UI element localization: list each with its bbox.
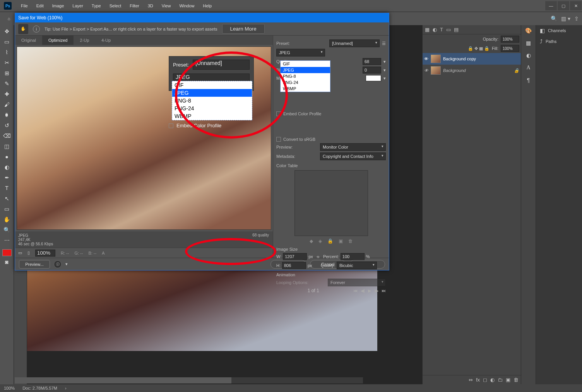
tab-4up[interactable]: 4-Up <box>95 36 117 45</box>
share-icon[interactable]: ⇪ <box>574 15 579 22</box>
embed-checkbox[interactable] <box>276 111 281 116</box>
color-panel-icon[interactable]: 🎨 <box>525 27 532 34</box>
overlay-dd-gif[interactable]: GIF <box>172 81 252 89</box>
fx-icon[interactable]: fx <box>476 377 480 383</box>
doc-scrollbar[interactable] <box>15 377 363 383</box>
overlay-dd-png24[interactable]: PNG-24 <box>172 104 252 112</box>
opacity-input[interactable] <box>501 36 519 43</box>
folder-icon[interactable]: 🗀 <box>498 377 503 383</box>
tab-optimized[interactable]: Optimized <box>42 36 74 45</box>
paths-panel-tab[interactable]: ⤴ Paths <box>536 36 582 47</box>
fill-input[interactable] <box>501 45 519 52</box>
blur-tool-icon[interactable]: ● <box>2 152 12 161</box>
dodge-tool-icon[interactable]: ◐ <box>2 163 12 172</box>
ct-lock-icon[interactable]: 🔒 <box>327 238 333 244</box>
blur-input[interactable] <box>363 67 381 74</box>
zoom-tool-icon[interactable]: 🔍 <box>2 225 12 235</box>
learn-more-button[interactable]: Learn More <box>222 24 265 34</box>
overlay-format-dropdown[interactable]: GIF JPEG PNG-8 PNG-24 WBMP <box>172 81 252 120</box>
panel-icon[interactable]: ◐ <box>433 27 437 33</box>
preset-select[interactable] <box>329 39 380 47</box>
panel-icon[interactable]: ▭ <box>446 27 451 33</box>
dd-wbmp[interactable]: WBMP <box>281 86 330 92</box>
overlay-preset-select[interactable]: [Unnamed] <box>193 60 250 70</box>
quality-input[interactable] <box>363 58 381 65</box>
status-chevron-icon[interactable]: › <box>65 386 67 390</box>
preview-image[interactable]: Preset: [Unnamed] JPEG GIF JPEG PNG-8 PN… <box>17 46 271 230</box>
para-panel-icon[interactable]: ¶ <box>527 77 530 83</box>
ct-icon[interactable]: ◆ <box>310 238 313 244</box>
type-tool-icon[interactable]: T <box>2 183 12 193</box>
history-brush-icon[interactable]: ↺ <box>2 121 12 130</box>
shape-tool-icon[interactable]: ▭ <box>2 204 12 214</box>
path-tool-icon[interactable]: ↖ <box>2 194 12 203</box>
arrange-docs-icon[interactable]: ▥ ▾ <box>561 15 570 22</box>
lock-icons[interactable]: 🔒 ✥ ▦ 🔒 <box>468 46 490 51</box>
overlay-dd-png8[interactable]: PNG-8 <box>172 97 252 104</box>
window-maximize[interactable]: ▢ <box>558 1 569 10</box>
window-close[interactable]: ✕ <box>570 1 582 10</box>
w-input[interactable] <box>283 253 307 260</box>
quickmask-icon[interactable]: ◙ <box>2 257 12 267</box>
crop-tool-icon[interactable]: ✂ <box>2 58 12 67</box>
dd-png8[interactable]: PNG-8 <box>281 73 330 79</box>
menu-help[interactable]: Help <box>199 2 216 10</box>
last-frame-icon[interactable]: ⏭ <box>382 288 386 293</box>
healing-tool-icon[interactable]: ✚ <box>2 89 12 99</box>
ct-new-icon[interactable]: ▣ <box>339 238 343 244</box>
srgb-checkbox[interactable] <box>276 137 281 142</box>
panel-icon[interactable]: T <box>440 27 443 33</box>
overlay-dd-wbmp[interactable]: WBMP <box>172 112 252 120</box>
dd-gif[interactable]: GIF <box>281 61 330 67</box>
swatches-panel-icon[interactable]: ▦ <box>526 40 531 46</box>
foreground-color-swatch[interactable] <box>2 249 12 256</box>
preview-button[interactable]: Preview... <box>19 260 50 269</box>
next-frame-icon[interactable]: |▶ <box>374 288 378 293</box>
brush-tool-icon[interactable]: 🖌 <box>2 100 12 109</box>
preset-menu-icon[interactable]: ☰ <box>382 41 386 46</box>
tab-original[interactable]: Original <box>15 36 42 45</box>
status-zoom[interactable]: 100% <box>4 386 15 390</box>
zoom-input[interactable] <box>35 250 55 257</box>
play-icon[interactable]: ▶ <box>368 288 371 293</box>
lasso-tool-icon[interactable]: ⌇ <box>2 48 12 57</box>
matte-swatch[interactable] <box>366 75 381 81</box>
menu-window[interactable]: Window <box>175 2 198 10</box>
menu-filter[interactable]: Filter <box>126 2 143 10</box>
link-wh-icon[interactable]: ⟛ <box>316 254 320 259</box>
adjust-icon[interactable]: ◐ <box>490 377 495 383</box>
panel-icon[interactable]: ▦ <box>425 27 430 33</box>
home-icon[interactable]: ⌂ <box>3 14 15 23</box>
eye-icon[interactable]: 👁 <box>424 68 428 73</box>
channels-panel-tab[interactable]: ◧ Channels <box>536 25 582 36</box>
more-tools-icon[interactable]: ⋯ <box>2 236 12 245</box>
menu-view[interactable]: View <box>158 2 175 10</box>
menu-type[interactable]: Type <box>88 2 105 10</box>
new-layer-icon[interactable]: ▣ <box>506 377 510 383</box>
menu-edit[interactable]: Edit <box>33 2 48 10</box>
format-dropdown[interactable]: GIF JPEG PNG-8 PNG-24 WBMP <box>280 60 330 92</box>
menu-image[interactable]: Image <box>48 2 68 10</box>
percent-input[interactable] <box>341 253 365 260</box>
tab-2up[interactable]: 2-Up <box>74 36 95 45</box>
format-select[interactable] <box>276 49 325 56</box>
marquee-tool-icon[interactable]: ▭ <box>2 37 12 46</box>
move-tool-icon[interactable]: ✥ <box>2 27 12 36</box>
menu-3d[interactable]: 3D <box>144 2 157 10</box>
eye-icon[interactable]: 👁 <box>424 56 428 61</box>
ct-icon[interactable]: ◈ <box>318 238 322 244</box>
previewcolor-select[interactable] <box>320 143 386 151</box>
char-panel-icon[interactable]: A <box>526 65 530 71</box>
zoom-toggle2-icon[interactable]: ▯ <box>27 250 30 255</box>
mask-icon[interactable]: ◻ <box>483 377 487 383</box>
ct-trash-icon[interactable]: 🗑 <box>348 238 353 244</box>
link-icon[interactable]: ⇔ <box>469 377 473 383</box>
adjustments-panel-icon[interactable]: ◐ <box>526 52 531 58</box>
window-minimize[interactable]: — <box>545 1 557 10</box>
browser-preview-icon[interactable]: ⦿ <box>54 260 62 268</box>
dd-png24[interactable]: PNG-24 <box>281 79 330 86</box>
overlay-embed-checkbox[interactable] <box>169 123 173 128</box>
metadata-select[interactable] <box>320 152 386 160</box>
layer-row-bg-copy[interactable]: 👁 Background copy <box>423 53 521 65</box>
sfw-hand-icon[interactable]: ✋ <box>18 24 28 34</box>
